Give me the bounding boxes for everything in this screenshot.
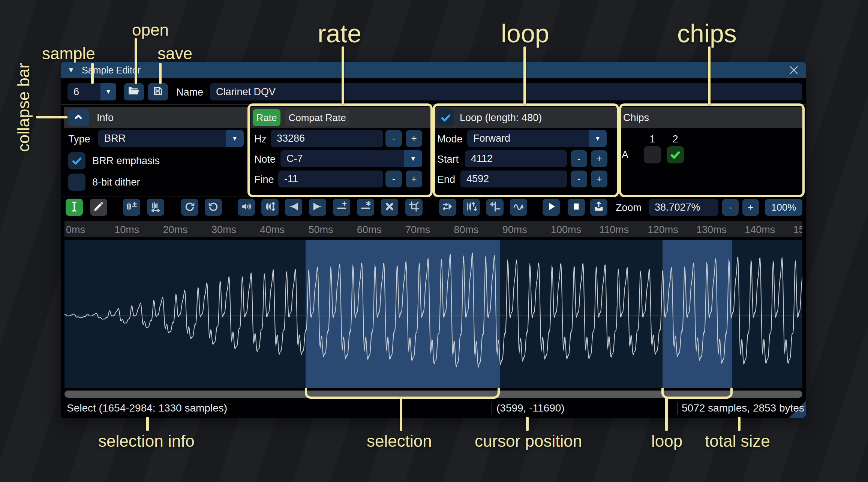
ruler-label: 130ms [696, 224, 727, 236]
play-icon [546, 201, 556, 213]
ruler-label: 80ms [454, 224, 478, 236]
invert-button[interactable] [463, 199, 480, 216]
info-panel-header [64, 107, 249, 128]
ruler-label: 40ms [260, 224, 285, 236]
signed-unsigned-button[interactable] [486, 199, 504, 216]
name-input[interactable]: Clarinet DQV [210, 83, 802, 100]
annotation-collapse-bar: collapse bar [14, 63, 33, 152]
redo-button[interactable] [205, 199, 222, 216]
type-dropdown[interactable]: BRR ▼ [98, 130, 244, 147]
annotation-line-collapse-bar [36, 116, 67, 118]
ruler-label: 20ms [163, 224, 188, 236]
zoom-out-button[interactable]: - [722, 199, 739, 216]
annotation-loop-top: loop [501, 19, 549, 48]
resize-button[interactable] [123, 199, 140, 216]
ruler-label: 70ms [405, 224, 430, 236]
ruler-label: 10ms [114, 224, 139, 236]
apply-filter-button[interactable] [510, 199, 527, 216]
window-titlebar[interactable] [61, 62, 806, 78]
speaker-icon [241, 201, 252, 214]
annotation-line-total-size [738, 417, 741, 431]
ruler-label: 140ms [745, 224, 775, 236]
name-input-value: Clarinet DQV [216, 86, 276, 98]
annotation-sample: sample [42, 44, 95, 63]
ruler-label: 0ms [66, 224, 85, 236]
screenshot-root: ▼ Sample Editor 6 ▼ Name Clarinet DQV [0, 0, 868, 482]
zoom-label: Zoom [616, 202, 642, 214]
close-icon[interactable] [788, 64, 799, 77]
amplify-button[interactable] [238, 199, 255, 216]
annotation-cursor-position: cursor position [475, 432, 582, 451]
ruler-label: 50ms [309, 224, 333, 236]
ruler-label: 60ms [357, 224, 382, 236]
selection-info-text: Select (1654-2984: 1330 samples) [67, 402, 227, 414]
plus-minus-sign-icon [489, 201, 501, 214]
resize-waveform-icon [126, 201, 137, 214]
annotation-save: save [157, 44, 192, 63]
status-separator [677, 403, 678, 415]
waveform-canvas[interactable] [64, 240, 802, 388]
undo-button[interactable] [181, 199, 198, 216]
chevron-down-icon[interactable]: ▼ [100, 83, 116, 100]
fade-out-icon [312, 201, 323, 214]
zoom-reset-button[interactable]: 100% [765, 199, 802, 216]
stop-preview-button[interactable] [568, 199, 585, 216]
zoom-input[interactable]: 38.7027% [649, 199, 718, 216]
annotation-open: open [132, 21, 169, 39]
annotation-total-size: total size [705, 432, 770, 451]
undo-icon [184, 201, 195, 214]
annotation-line-loop-bottom [665, 397, 668, 431]
apply-silence-button[interactable] [357, 199, 374, 216]
collapse-bar-button[interactable] [67, 109, 89, 126]
reverse-button[interactable] [439, 199, 456, 216]
resample-waveform-icon [150, 201, 161, 214]
trim-button[interactable] [405, 199, 423, 216]
annotation-loop-box [433, 103, 619, 197]
draw-tool-button[interactable] [90, 199, 107, 216]
brr-emphasis-checkbox[interactable] [68, 152, 85, 169]
save-sample-button[interactable] [148, 83, 168, 100]
status-separator [492, 403, 492, 415]
create-instrument-button[interactable] [590, 199, 607, 216]
zoom-in-button[interactable]: + [742, 199, 759, 216]
annotation-rate-box [247, 103, 433, 197]
fade-out-button[interactable] [309, 199, 326, 216]
dither-checkbox[interactable] [68, 174, 85, 191]
crop-icon [409, 201, 419, 213]
preview-button[interactable] [543, 199, 560, 216]
delete-button[interactable] [381, 199, 398, 216]
invert-waveform-icon [466, 201, 477, 214]
window-title: Sample Editor [82, 65, 141, 76]
time-ruler[interactable]: 0ms10ms20ms30ms40ms50ms60ms70ms80ms90ms1… [64, 221, 802, 237]
apply-silence-icon [360, 201, 371, 214]
total-size-text: 5072 samples, 2853 bytes [682, 402, 804, 414]
type-label: Type [68, 133, 90, 145]
ruler-label: 100ms [551, 224, 581, 236]
insert-silence-button[interactable] [333, 199, 350, 216]
annotation-selection: selection [367, 432, 432, 451]
resample-button[interactable] [147, 199, 164, 216]
annotation-selection-info: selection info [98, 432, 195, 451]
save-floppy-icon [152, 85, 163, 98]
annotation-line-chips [708, 46, 711, 105]
delete-x-icon [384, 201, 395, 213]
info-panel-title: Info [97, 112, 114, 124]
fade-in-button[interactable] [285, 199, 302, 216]
stop-icon [571, 201, 582, 213]
ibeam-cursor-icon [69, 201, 80, 214]
select-tool-button[interactable] [66, 199, 83, 216]
fade-in-icon [288, 201, 299, 214]
cursor-position-text: (3599, -11690) [496, 402, 565, 414]
ruler-label: 120ms [648, 224, 678, 236]
annotation-line-loop [523, 46, 526, 105]
upload-icon [593, 201, 604, 214]
ruler-label: 150ms [793, 224, 803, 236]
open-sample-button[interactable] [124, 83, 144, 100]
window-collapse-triangle-icon[interactable]: ▼ [67, 66, 75, 74]
normalize-button[interactable] [261, 199, 279, 216]
sample-select[interactable]: 6 ▼ [67, 83, 116, 100]
brr-emphasis-label: BRR emphasis [92, 155, 160, 167]
annotation-chips-box [619, 103, 805, 197]
annotation-selection-bracket [305, 388, 500, 399]
ruler-label: 90ms [502, 224, 527, 236]
